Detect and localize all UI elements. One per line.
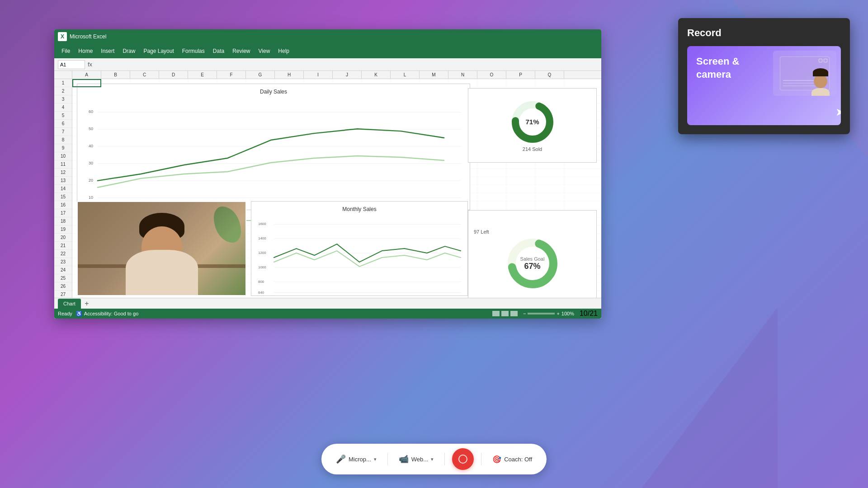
menu-view[interactable]: View	[255, 46, 274, 56]
menu-home[interactable]: Home	[75, 46, 96, 56]
webcam-icon: 📹	[399, 454, 409, 464]
row-5[interactable]: 5	[54, 112, 72, 120]
col-header-n[interactable]: N	[448, 71, 477, 79]
normal-view-button[interactable]	[492, 311, 500, 316]
menu-help[interactable]: Help	[274, 46, 293, 56]
row-18[interactable]: 18	[54, 217, 72, 225]
zoom-slider[interactable]	[528, 313, 555, 314]
sheet-tab-chart[interactable]: Chart	[58, 299, 81, 309]
menu-insert[interactable]: Insert	[97, 46, 118, 56]
menu-formulas[interactable]: Formulas	[179, 46, 208, 56]
mini-body	[811, 88, 830, 96]
menu-pagelayout[interactable]: Page Layout	[140, 46, 177, 56]
row-12[interactable]: 12	[54, 169, 72, 177]
row-9[interactable]: 9	[54, 144, 72, 152]
cell-reference-input[interactable]	[58, 60, 85, 69]
row-3[interactable]: 3	[54, 95, 72, 103]
row-1[interactable]: 1	[54, 79, 72, 87]
row-16[interactable]: 16	[54, 201, 72, 209]
col-header-a[interactable]: A	[72, 71, 101, 79]
row-20[interactable]: 20	[54, 234, 72, 242]
menu-data[interactable]: Data	[209, 46, 228, 56]
screen-camera-label: Screen & camera	[696, 55, 832, 81]
row-11[interactable]: 11	[54, 160, 72, 169]
col-header-l[interactable]: L	[391, 71, 420, 79]
excel-titlebar: X Microsoft Excel	[54, 29, 601, 44]
excel-logo: X	[58, 32, 67, 41]
person-body	[126, 250, 198, 295]
col-header-i[interactable]: I	[304, 71, 333, 79]
menu-file[interactable]: File	[58, 46, 74, 56]
excel-window-title: Microsoft Excel	[70, 33, 106, 40]
row-13[interactable]: 13	[54, 177, 72, 185]
col-header-p[interactable]: P	[506, 71, 535, 79]
row-24[interactable]: 24	[54, 266, 72, 274]
excel-main-content: 1 2 3 4 5 6 7 8 9 10 11 12 13 14 15 16 1…	[54, 79, 601, 319]
donut-67-left-label: 97 Left	[468, 229, 489, 235]
menu-review[interactable]: Review	[229, 46, 254, 56]
col-header-o[interactable]: O	[477, 71, 506, 79]
microphone-dropdown-icon: ▾	[374, 456, 377, 462]
row-14[interactable]: 14	[54, 185, 72, 193]
daily-sales-chart[interactable]: Daily Sales 60 50 40 30 20 10	[77, 84, 470, 210]
row-26[interactable]: 26	[54, 282, 72, 291]
col-header-c[interactable]: C	[130, 71, 159, 79]
webcam-button[interactable]: 📹 Web... ▾	[395, 452, 437, 466]
col-header-q[interactable]: Q	[535, 71, 564, 79]
microphone-button[interactable]: 🎤 Microp... ▾	[332, 452, 380, 466]
col-header-e[interactable]: E	[188, 71, 217, 79]
cursor-arrow-icon: ➤	[835, 106, 841, 118]
recording-toolbar: 🎤 Microp... ▾ 📹 Web... ▾ 🎯 Coach: Off	[321, 444, 547, 474]
col-header-k[interactable]: K	[362, 71, 391, 79]
row-23[interactable]: 23	[54, 258, 72, 266]
row-25[interactable]: 25	[54, 274, 72, 282]
row-22[interactable]: 22	[54, 250, 72, 258]
row-15[interactable]: 15	[54, 193, 72, 201]
col-header-f[interactable]: F	[217, 71, 246, 79]
donut-chart-67[interactable]: 97 Left Sales Goal 67%	[468, 210, 597, 310]
row-10[interactable]: 10	[54, 152, 72, 160]
col-header-j[interactable]: J	[333, 71, 362, 79]
statusbar-right-section: − + 100% 10/21	[492, 310, 598, 318]
screen-camera-option[interactable]: Screen & camera ➤	[687, 46, 841, 125]
zoom-minus[interactable]: −	[523, 311, 526, 316]
page-break-view-button[interactable]	[510, 311, 518, 316]
row-6[interactable]: 6	[54, 120, 72, 128]
status-ready-text: Ready	[58, 311, 72, 316]
col-header-h[interactable]: H	[275, 71, 304, 79]
zoom-plus[interactable]: +	[557, 311, 559, 316]
person-display	[78, 202, 245, 295]
accessibility-icon: ♿	[76, 311, 82, 317]
toolbar-divider-1	[387, 453, 388, 465]
svg-text:20: 20	[89, 178, 93, 183]
microphone-icon: 🎤	[336, 454, 346, 464]
formula-icon: fx	[88, 61, 92, 68]
row-17[interactable]: 17	[54, 209, 72, 217]
row-21[interactable]: 21	[54, 242, 72, 250]
monthly-sales-chart[interactable]: Monthly Sales 1600 1400 1200 1000 800 64…	[251, 201, 468, 296]
record-start-button[interactable]	[452, 448, 474, 470]
excel-cells-area[interactable]: Daily Sales 60 50 40 30 20 10	[72, 79, 601, 319]
row-7[interactable]: 7	[54, 128, 72, 136]
row-4[interactable]: 4	[54, 103, 72, 112]
col-header-g[interactable]: G	[246, 71, 275, 79]
row-2[interactable]: 2	[54, 87, 72, 95]
row-19[interactable]: 19	[54, 225, 72, 234]
col-header-b[interactable]: B	[101, 71, 130, 79]
page-layout-view-button[interactable]	[501, 311, 509, 316]
svg-text:1400: 1400	[258, 236, 266, 240]
accessibility-status[interactable]: ♿ Accessibility: Good to go	[76, 311, 138, 317]
accessibility-text: Accessibility: Good to go	[84, 311, 138, 316]
col-header-d[interactable]: D	[159, 71, 188, 79]
record-panel[interactable]: Record Screen & camera	[678, 18, 850, 134]
bg-decoration-bottom	[642, 307, 778, 488]
donut-chart-71[interactable]: 71% 214 Sold	[468, 88, 597, 163]
add-sheet-button[interactable]: +	[82, 299, 92, 309]
col-header-m[interactable]: M	[420, 71, 448, 79]
donut-71-container: 71%	[510, 99, 555, 145]
zoom-percent: 100%	[561, 311, 574, 316]
row-8[interactable]: 8	[54, 136, 72, 144]
coach-button[interactable]: 🎯 Coach: Off	[489, 453, 536, 465]
menu-draw[interactable]: Draw	[119, 46, 139, 56]
excel-menubar[interactable]: File Home Insert Draw Page Layout Formul…	[54, 44, 601, 58]
